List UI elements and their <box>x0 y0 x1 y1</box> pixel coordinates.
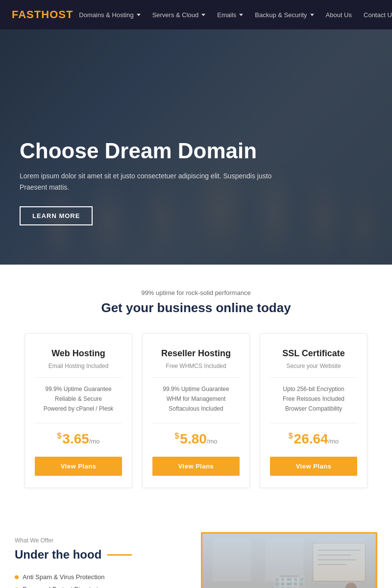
svg-rect-3 <box>265 539 303 582</box>
logo[interactable]: FASTHOST <box>12 8 73 21</box>
nav-item-backup[interactable]: Backup & Security <box>249 7 319 23</box>
feature-item: Free Reissues Included <box>270 395 357 402</box>
card-reseller-hosting: Reseller Hosting Free WHMCS Included 99.… <box>142 333 250 488</box>
svg-rect-4 <box>318 539 365 582</box>
feature-item: Browser Compatibility <box>270 405 357 412</box>
view-plans-button-ssl[interactable]: View Plans <box>270 457 357 476</box>
logo-highlight: H <box>41 8 49 21</box>
svg-point-11 <box>345 583 357 588</box>
card-web-hosting: Web Hosting Email Hosting Included 99.9%… <box>24 333 132 488</box>
feature-item: Upto 256-bit Encryption <box>270 386 357 392</box>
card-title-reseller: Reseller Hosting <box>152 348 240 359</box>
chevron-down-icon <box>239 14 243 16</box>
navbar: FASTHOST Domains & Hosting Servers & Clo… <box>0 0 392 29</box>
view-plans-button-web[interactable]: View Plans <box>35 457 122 476</box>
title-underline <box>107 554 132 556</box>
office-image <box>201 532 377 588</box>
feature-item: Powered by cPanel / Plesk <box>35 405 122 412</box>
hero-content: Choose Dream Domain Lorem ipsum dolor si… <box>0 139 294 265</box>
card-ssl-certificate: SSL Certificate Secure your Website Upto… <box>260 333 368 488</box>
nav-item-servers[interactable]: Servers & Cloud <box>147 7 212 23</box>
hero-cta-button[interactable]: LEARN MORE <box>20 206 93 225</box>
office-svg <box>202 534 376 588</box>
bottom-features-list: Anti Spam & Virus Protection Password Pr… <box>15 573 186 588</box>
price-per-mo: /mo <box>89 438 100 445</box>
nav-item-about[interactable]: About Us <box>320 7 358 23</box>
price-per-mo: /mo <box>328 438 339 445</box>
card-subtitle-web: Email Hosting Included <box>35 363 122 378</box>
hero-section: Choose Dream Domain Lorem ipsum dolor si… <box>0 29 392 265</box>
feature-item: 99.9% Uptime Guarantee <box>152 386 240 392</box>
price-value: 3.65 <box>62 431 89 446</box>
svg-rect-1 <box>203 534 375 588</box>
card-title-web: Web Hosting <box>35 348 122 359</box>
hero-title: Choose Dream Domain <box>20 139 274 163</box>
nav-links: Domains & Hosting Servers & Cloud Emails… <box>73 7 392 23</box>
card-price-web: $3.65/mo <box>35 431 122 447</box>
bullet-dot <box>15 575 19 579</box>
hosting-headline: Get your business online today <box>15 300 377 316</box>
hosting-section: 99% uptime for rock-solid performance Ge… <box>0 265 392 513</box>
chevron-down-icon <box>201 14 205 16</box>
card-features-reseller: 99.9% Uptime Guarantee WHM for Managemen… <box>152 386 240 423</box>
nav-item-contact[interactable]: Contact Us <box>358 7 392 23</box>
nav-item-domains[interactable]: Domains & Hosting <box>73 7 146 23</box>
card-subtitle-ssl: Secure your Website <box>270 363 357 378</box>
bottom-left-content: What We Offer Under the hood Anti Spam &… <box>15 532 186 588</box>
price-value: 26.64 <box>294 431 328 446</box>
logo-text-fast: FAST <box>12 8 41 21</box>
card-features-ssl: Upto 256-bit Encryption Free Reissues In… <box>270 386 357 423</box>
card-title-ssl: SSL Certificate <box>270 348 357 359</box>
hosting-cards-row: Web Hosting Email Hosting Included 99.9%… <box>15 333 377 488</box>
logo-text-ost: OST <box>49 8 73 21</box>
nav-item-emails[interactable]: Emails <box>211 7 249 23</box>
svg-rect-6 <box>313 543 366 581</box>
price-dollar: $ <box>174 432 179 440</box>
office-image-bg <box>202 534 376 588</box>
card-price-reseller: $5.80/mo <box>152 431 240 447</box>
feature-item: Reliable & Secure <box>35 395 122 402</box>
chevron-down-icon <box>310 14 314 16</box>
feature-item: Softaculous Included <box>152 405 240 412</box>
price-per-mo: /mo <box>207 438 218 445</box>
card-subtitle-reseller: Free WHMCS Included <box>152 363 240 378</box>
hero-subtitle: Lorem ipsum dolor sit amet sit et justo … <box>20 171 274 193</box>
price-value: 5.80 <box>180 431 207 446</box>
what-we-offer-label: What We Offer <box>15 537 186 544</box>
bottom-feature-item: Anti Spam & Virus Protection <box>15 573 186 581</box>
under-hood-title: Under the hood <box>15 548 186 562</box>
chevron-down-icon <box>137 14 141 16</box>
hosting-tagline: 99% uptime for rock-solid performance <box>15 289 377 296</box>
card-features-web: 99.9% Uptime Guarantee Reliable & Secure… <box>35 386 122 423</box>
feature-item: 99.9% Uptime Guarantee <box>35 386 122 392</box>
svg-rect-2 <box>213 539 251 582</box>
svg-rect-0 <box>203 534 375 588</box>
price-dollar: $ <box>289 432 293 440</box>
price-dollar: $ <box>57 432 61 440</box>
card-price-ssl: $26.64/mo <box>270 431 357 447</box>
bottom-feature-item: Password Protect Directories <box>15 586 186 588</box>
bottom-section: What We Offer Under the hood Anti Spam &… <box>0 513 392 588</box>
view-plans-button-reseller[interactable]: View Plans <box>152 457 240 476</box>
feature-item: WHM for Management <box>152 395 240 402</box>
